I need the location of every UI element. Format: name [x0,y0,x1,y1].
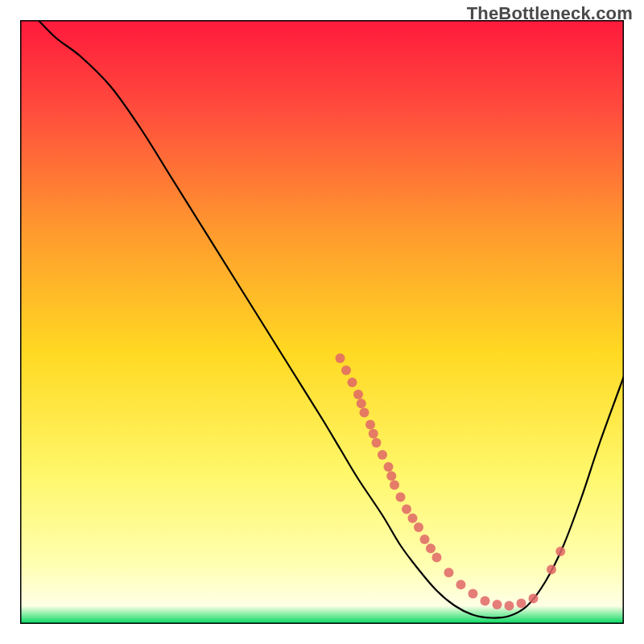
data-point [432,553,442,563]
data-point [426,543,436,553]
data-point [341,365,351,375]
data-point [378,450,387,460]
chart-background [20,20,624,624]
data-point [505,601,514,611]
data-point [469,589,478,599]
data-point [402,505,411,514]
chart-container: TheBottleneck.com [0,0,644,644]
data-point [547,565,556,575]
data-point [529,594,539,604]
data-point [555,547,565,556]
data-point [348,378,357,387]
data-point [481,597,490,606]
data-point [360,408,369,418]
data-point [390,481,399,490]
data-point [357,398,366,408]
data-point [369,429,378,439]
watermark-text: TheBottleneck.com [467,3,633,24]
data-point [456,580,466,589]
data-point [493,600,502,609]
data-point [336,353,345,363]
chart-svg [20,20,624,624]
data-point [414,522,423,532]
data-point [372,438,382,448]
plot-area [20,20,624,624]
data-point [420,535,430,544]
data-point [384,462,394,472]
data-point [396,493,406,502]
data-point [353,390,363,399]
data-point [444,568,454,577]
data-point [365,420,375,430]
data-point [408,514,418,523]
data-point [517,599,526,609]
data-point [386,471,396,481]
